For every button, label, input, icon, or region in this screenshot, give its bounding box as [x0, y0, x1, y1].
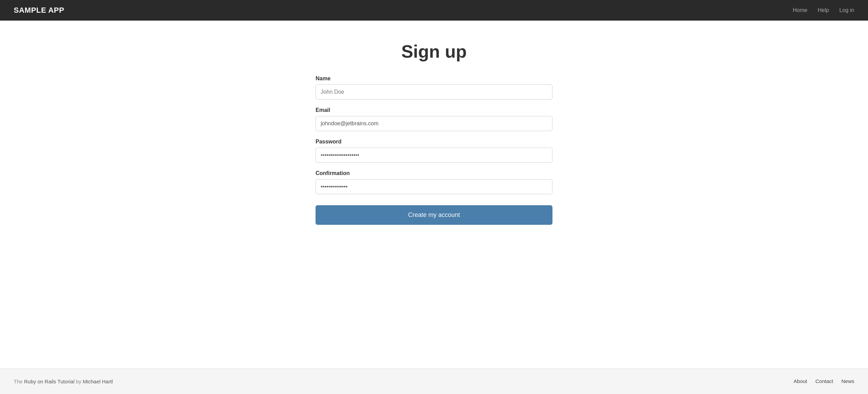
- footer-text: The Ruby on Rails Tutorial by Michael Ha…: [14, 379, 113, 384]
- password-label: Password: [316, 139, 552, 145]
- password-input[interactable]: [316, 148, 552, 163]
- footer-link-news[interactable]: News: [841, 378, 854, 384]
- footer-author: Michael Hartl: [83, 379, 113, 384]
- brand-logo[interactable]: SAMPLE APP: [14, 6, 64, 15]
- name-label: Name: [316, 76, 552, 82]
- footer-text-prefix: The: [14, 379, 23, 384]
- nav-link-help[interactable]: Help: [818, 7, 829, 13]
- confirmation-label: Confirmation: [316, 170, 552, 176]
- email-label: Email: [316, 107, 552, 113]
- email-field-group: Email: [316, 107, 552, 131]
- signup-form: Name Email Password Confirmation Create …: [316, 76, 552, 225]
- name-field-group: Name: [316, 76, 552, 100]
- footer-link-contact[interactable]: Contact: [815, 378, 833, 384]
- navbar-links: Home Help Log in: [793, 7, 854, 13]
- footer: The Ruby on Rails Tutorial by Michael Ha…: [0, 368, 868, 394]
- password-field-group: Password: [316, 139, 552, 163]
- navbar: SAMPLE APP Home Help Log in: [0, 0, 868, 21]
- footer-nav: About Contact News: [794, 378, 854, 384]
- main-content: Sign up Name Email Password Confirmation…: [0, 21, 868, 368]
- name-input[interactable]: [316, 84, 552, 100]
- page-title: Sign up: [401, 41, 467, 62]
- footer-link-about[interactable]: About: [794, 378, 807, 384]
- nav-link-home[interactable]: Home: [793, 7, 808, 13]
- email-input[interactable]: [316, 116, 552, 131]
- confirmation-field-group: Confirmation: [316, 170, 552, 194]
- footer-rails-link[interactable]: Ruby on Rails Tutorial: [24, 379, 75, 384]
- footer-text-by: by: [76, 379, 81, 384]
- create-account-button[interactable]: Create my account: [316, 205, 552, 225]
- nav-link-login[interactable]: Log in: [839, 7, 854, 13]
- confirmation-input[interactable]: [316, 179, 552, 194]
